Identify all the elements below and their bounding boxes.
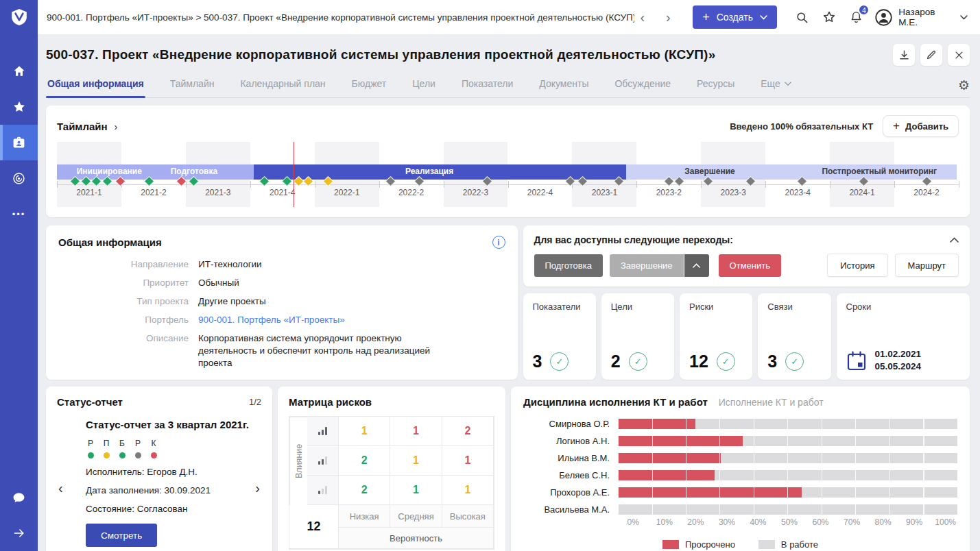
- tab[interactable]: Общая информация: [46, 73, 145, 97]
- check-circle-icon: ✓: [785, 352, 804, 371]
- star-icon: [12, 100, 26, 114]
- carousel-prev-button[interactable]: ‹: [58, 481, 63, 495]
- transition-finish-caret-button[interactable]: [684, 254, 709, 277]
- general-info-card: Общая информация i НаправлениеИТ-техноло…: [46, 225, 518, 380]
- stat-bottom: 3✓: [533, 352, 588, 373]
- timeline-required-note: Введено 100% обязательных КТ: [730, 121, 873, 132]
- tab[interactable]: Ресурсы: [695, 73, 736, 97]
- tab-label: Еще: [761, 78, 780, 89]
- carousel-next-button[interactable]: ›: [255, 481, 260, 495]
- risk-count-cell[interactable]: 2: [339, 476, 390, 505]
- user-menu[interactable]: Назаров М.Е.: [874, 7, 968, 27]
- tab-label: Общая информация: [47, 78, 144, 89]
- risk-count-cell[interactable]: 2: [339, 446, 390, 476]
- stat-value: 3: [533, 352, 542, 371]
- search-icon[interactable]: [793, 8, 811, 26]
- plus-icon: +: [702, 11, 710, 23]
- tab[interactable]: Еще: [759, 73, 793, 97]
- legend-label: Просрочено: [685, 539, 735, 550]
- quarter-label: 2024-1: [849, 188, 874, 197]
- route-button[interactable]: Маршрут: [895, 254, 959, 277]
- sidebar-item-expand[interactable]: [0, 515, 38, 551]
- field-value-link[interactable]: 900-001. Портфель «ИТ-проекты»: [198, 314, 345, 326]
- sidebar-item-favorites[interactable]: [0, 89, 38, 125]
- nav-forward-button[interactable]: ›: [660, 10, 677, 24]
- sidebar-item-chat[interactable]: [0, 480, 38, 515]
- tab[interactable]: Календарный план: [239, 73, 326, 97]
- chart-bar-row: Беляев С.Н.: [523, 470, 957, 480]
- risk-count-cell[interactable]: 2: [442, 417, 494, 446]
- stat-card[interactable]: Показатели3✓: [523, 293, 596, 380]
- status-report-pager: 1/2: [249, 397, 261, 407]
- settings-gear-icon[interactable]: ⚙: [958, 77, 970, 97]
- phase-label: Инициирование: [77, 167, 142, 176]
- stat-card-dates[interactable]: Сроки 01.02.2021 05.05.2024: [837, 293, 970, 380]
- tab[interactable]: Цели: [411, 73, 437, 97]
- nav-back-button[interactable]: ‹: [634, 10, 651, 24]
- quarter-label: 2021-3: [205, 188, 230, 197]
- sidebar-item-more[interactable]: •••: [0, 196, 38, 232]
- chat-icon: [12, 491, 26, 505]
- collapse-chevron-icon[interactable]: [950, 237, 959, 243]
- favorites-star-icon[interactable]: [820, 8, 837, 26]
- check-circle-icon: ✓: [550, 352, 569, 371]
- risk-count-cell[interactable]: 1: [339, 417, 390, 446]
- person-name-label: Васильева М.А.: [523, 504, 618, 515]
- axis-tick-label: 100%: [935, 517, 956, 527]
- timeline-axis-tick: [636, 181, 637, 188]
- field-value: Другие проекты: [198, 295, 266, 308]
- stat-bottom: 3✓: [767, 352, 822, 373]
- discipline-chart-tab-inactive[interactable]: Исполнение КТ и работ: [719, 397, 824, 408]
- check-circle-icon: ✓: [629, 352, 647, 371]
- tab[interactable]: Бюджет: [350, 73, 388, 97]
- quarter-label: 2021-2: [141, 188, 166, 197]
- sidebar-item-home[interactable]: [0, 53, 38, 89]
- stat-card[interactable]: Цели2✓: [601, 293, 674, 380]
- signal-bars-icon: [318, 427, 327, 435]
- add-milestone-button[interactable]: + Добавить: [883, 115, 959, 137]
- transition-finish-button[interactable]: Завершение: [610, 254, 684, 277]
- create-button[interactable]: + Создать: [693, 5, 777, 29]
- tab[interactable]: Показатели: [460, 73, 514, 97]
- tab-label: Обсуждение: [614, 78, 671, 89]
- bar-track: [618, 504, 957, 515]
- tab[interactable]: Таймлайн: [169, 73, 216, 97]
- breadcrumb[interactable]: 900-001. Портфель «ИТ-проекты» > 500-037…: [47, 12, 634, 23]
- stat-card[interactable]: Связи3✓: [758, 293, 830, 380]
- stat-bottom: 12✓: [689, 352, 744, 373]
- sidebar-item-goals[interactable]: [0, 160, 38, 196]
- stats-row: Показатели3✓Цели2✓Риски12✓Связи3✓ Сроки …: [523, 293, 970, 380]
- discipline-chart-tab-active[interactable]: Дисциплина исполнения КТ и работ: [523, 396, 708, 408]
- risk-count-cell[interactable]: 1: [442, 446, 494, 476]
- sidebar: •••: [0, 0, 38, 551]
- risk-matrix-grid: Влияние11221121112НизкаяСредняяВысокаяВе…: [289, 416, 494, 550]
- sidebar-item-projects[interactable]: [0, 125, 38, 160]
- legend-item[interactable]: В работе: [758, 539, 818, 550]
- stat-card[interactable]: Риски12✓: [680, 293, 752, 380]
- app-logo-icon[interactable]: [0, 0, 38, 34]
- transition-prepare-button[interactable]: Подготовка: [534, 254, 603, 277]
- transition-cancel-button[interactable]: Отменить: [719, 254, 781, 277]
- tab[interactable]: Документы: [538, 73, 590, 97]
- history-button[interactable]: История: [827, 254, 887, 277]
- legend-swatch: [662, 540, 679, 549]
- download-button[interactable]: [893, 44, 915, 66]
- arrow-right-icon: [12, 526, 26, 540]
- timeline-title-link[interactable]: Таймлайн ›: [57, 121, 118, 132]
- tab[interactable]: Обсуждение: [613, 73, 672, 97]
- risk-count-cell[interactable]: 1: [390, 417, 442, 446]
- impact-level-icon: [307, 417, 339, 446]
- report-assignee: Исполнитель: Егоров Д.Н.: [86, 467, 261, 477]
- info-field-row: Тип проектаДругие проекты: [58, 295, 505, 308]
- risk-count-cell[interactable]: 1: [390, 476, 442, 505]
- risk-count-cell[interactable]: 1: [442, 476, 494, 505]
- close-button[interactable]: [948, 44, 970, 66]
- view-report-button[interactable]: Смотреть: [86, 524, 157, 547]
- axis-tick-label: 30%: [719, 517, 735, 527]
- edit-button[interactable]: [920, 44, 942, 66]
- info-icon[interactable]: i: [492, 236, 505, 249]
- risk-count-cell[interactable]: 1: [390, 446, 442, 476]
- legend-item[interactable]: Просрочено: [662, 539, 735, 550]
- notifications-bell-icon[interactable]: 4: [848, 8, 865, 26]
- report-indicator: К: [149, 439, 158, 458]
